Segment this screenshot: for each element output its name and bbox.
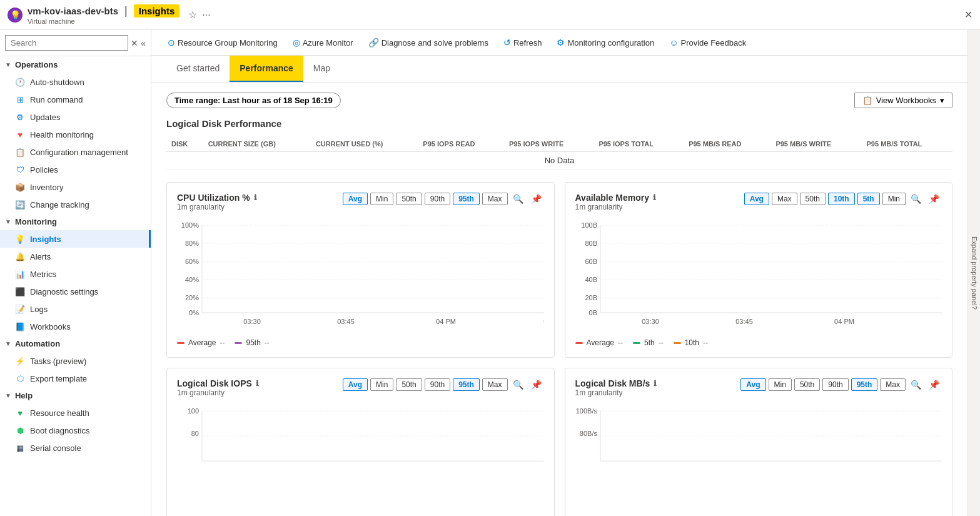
sidebar-item-policies[interactable]: 🛡 Policies [0, 161, 151, 178]
iops-btn-max[interactable]: Max [482, 378, 508, 391]
sidebar-item-alerts[interactable]: 🔔 Alerts [0, 248, 151, 265]
sidebar-item-diagnostic-settings[interactable]: ⬛ Diagnostic settings [0, 283, 151, 300]
iops-zoom-icon[interactable]: 🔍 [510, 378, 526, 391]
provide-feedback-button[interactable]: ☺ Provide Feedback [663, 35, 752, 50]
diskmbps-btn-95th[interactable]: 95th [851, 378, 878, 391]
sidebar-item-resource-health[interactable]: ♥ Resource health [0, 404, 151, 422]
azure-monitor-button[interactable]: ◎ Azure Monitor [286, 35, 360, 50]
sidebar-item-updates[interactable]: ⚙ Updates [0, 108, 151, 126]
sidebar-item-metrics[interactable]: 📊 Metrics [0, 265, 151, 283]
refresh-button[interactable]: ↺ Refresh [497, 35, 548, 50]
memory-pin-icon[interactable]: 📌 [926, 193, 942, 205]
cpu-btn-min[interactable]: Min [370, 193, 393, 205]
sidebar-item-run-command[interactable]: ⊞ Run command [0, 91, 151, 108]
sidebar-item-logs[interactable]: 📝 Logs [0, 300, 151, 318]
memory-btn-max[interactable]: Max [772, 193, 797, 205]
memory-btn-10th[interactable]: 10th [828, 193, 855, 205]
memory-btn-5th[interactable]: 5th [857, 193, 880, 205]
diskmbps-btn-max[interactable]: Max [880, 378, 906, 391]
cpu-btn-95th[interactable]: 95th [453, 193, 480, 205]
sidebar-item-tasks-preview[interactable]: ⚡ Tasks (preview) [0, 352, 151, 370]
cpu-btn-max[interactable]: Max [482, 193, 508, 205]
sidebar-item-health-monitoring[interactable]: ♥ Health monitoring [0, 126, 151, 143]
sidebar-item-change-tracking[interactable]: 🔄 Change tracking [0, 196, 151, 213]
memory-btn-avg[interactable]: Avg [744, 193, 769, 205]
iops-btn-50th[interactable]: 50th [396, 378, 422, 391]
memory-chart-header: Available Memory ℹ 1m granularity Avg Ma… [575, 193, 942, 216]
memory-btn-50th[interactable]: 50th [800, 193, 826, 205]
cpu-zoom-icon[interactable]: 🔍 [510, 193, 526, 205]
iops-btn-min[interactable]: Min [370, 378, 393, 391]
time-range-selector[interactable]: Time range: Last hour as of 18 Sep 16:19 [166, 93, 341, 108]
search-input[interactable] [5, 35, 128, 51]
monitoring-config-button[interactable]: ⚙ Monitoring configuration [550, 35, 660, 50]
memory-info-icon[interactable]: ℹ [653, 193, 656, 202]
diskmbps-zoom-icon[interactable]: 🔍 [908, 378, 924, 391]
more-options-icon[interactable]: ··· [202, 9, 210, 21]
diagnostic-icon: ⬛ [15, 286, 25, 296]
cpu-legend-95th: 95th -- [235, 338, 269, 347]
cpu-btn-avg[interactable]: Avg [343, 193, 368, 205]
diskmbps-btn-90th[interactable]: 90th [822, 378, 848, 391]
view-workbooks-button[interactable]: 📋 View Workbooks ▾ [854, 93, 952, 108]
tab-performance[interactable]: Performance [230, 56, 303, 82]
tab-get-started[interactable]: Get started [166, 56, 230, 82]
sidebar-section-operations[interactable]: ▼ Operations [0, 56, 151, 73]
azure-monitor-icon: ◎ [293, 38, 300, 48]
cpu-btn-90th[interactable]: 90th [425, 193, 450, 205]
feedback-icon: ☺ [669, 38, 678, 48]
collapse-sidebar-icon[interactable]: « [141, 38, 146, 48]
svg-text:20%: 20% [185, 294, 199, 301]
cpu-svg-chart: 100% 80% 60% 40% 20% 0% [177, 219, 544, 331]
iops-info-icon[interactable]: ℹ [256, 379, 259, 388]
sidebar-section-monitoring[interactable]: ▼ Monitoring [0, 213, 151, 230]
sidebar: ✕ « ▼ Operations 🕐 Auto-shutdown ⊞ Run c… [0, 30, 151, 516]
memory-10th-label: 10th [685, 338, 699, 347]
cpu-info-icon[interactable]: ℹ [254, 193, 257, 202]
expand-property-panel[interactable]: Expand property panel? [967, 30, 980, 516]
sidebar-item-insights[interactable]: 💡 Insights [0, 230, 151, 248]
resource-group-monitoring-button[interactable]: ⊙ Resource Group Monitoring [161, 35, 284, 50]
diskmbps-pin-icon[interactable]: 📌 [926, 378, 942, 391]
diskmbps-btn-avg[interactable]: Avg [740, 378, 765, 391]
favorite-star-icon[interactable]: ☆ [188, 9, 197, 21]
serial-console-icon: ▦ [15, 443, 25, 453]
clear-search-icon[interactable]: ✕ [131, 38, 138, 48]
col-p95-mbs-read: P95 MB/s READ [684, 136, 770, 152]
memory-btn-min[interactable]: Min [882, 193, 906, 205]
sidebar-section-automation[interactable]: ▼ Automation [0, 335, 151, 352]
sidebar-item-export-template[interactable]: ⬡ Export template [0, 370, 151, 387]
operations-label: Operations [15, 60, 58, 69]
logs-icon: 📝 [15, 304, 25, 314]
title-text: vm-kov-iaas-dev-bts | Insights Virtual m… [28, 4, 179, 25]
svg-text:80: 80 [191, 430, 199, 437]
sidebar-item-configuration-mgmt[interactable]: 📋 Configuration management [0, 143, 151, 161]
iops-btn-90th[interactable]: 90th [425, 378, 450, 391]
sidebar-section-help[interactable]: ▼ Help [0, 387, 151, 404]
no-data-message: No Data [166, 152, 952, 169]
svg-text:40B: 40B [585, 276, 597, 283]
cpu-chart-legend: Average -- 95th -- [177, 338, 544, 347]
sidebar-item-serial-console[interactable]: ▦ Serial console [0, 439, 151, 457]
diskmbps-info-icon[interactable]: ℹ [654, 379, 657, 388]
sidebar-item-boot-diagnostics[interactable]: ⬢ Boot diagnostics [0, 422, 151, 439]
sidebar-item-auto-shutdown[interactable]: 🕐 Auto-shutdown [0, 73, 151, 91]
diagnose-solve-button[interactable]: 🔗 Diagnose and solve problems [362, 35, 495, 50]
diagnose-icon: 🔗 [368, 38, 379, 48]
terminal-icon: ⊞ [15, 94, 25, 104]
sidebar-item-workbooks[interactable]: 📘 Workbooks [0, 318, 151, 335]
layout: ✕ « ▼ Operations 🕐 Auto-shutdown ⊞ Run c… [0, 30, 980, 516]
diskmbps-btn-50th[interactable]: 50th [794, 378, 820, 391]
sidebar-item-inventory[interactable]: 📦 Inventory [0, 178, 151, 196]
close-icon[interactable]: ✕ [964, 9, 972, 21]
diskmbps-btn-min[interactable]: Min [769, 378, 792, 391]
iops-pin-icon[interactable]: 📌 [528, 378, 544, 391]
tab-map[interactable]: Map [303, 56, 340, 82]
monitoring-label: Monitoring [15, 217, 57, 226]
iops-btn-avg[interactable]: Avg [343, 378, 368, 391]
cpu-btn-50th[interactable]: 50th [396, 193, 422, 205]
iops-btn-95th[interactable]: 95th [453, 378, 480, 391]
inventory-icon: 📦 [15, 182, 25, 192]
memory-zoom-icon[interactable]: 🔍 [908, 193, 924, 205]
cpu-pin-icon[interactable]: 📌 [528, 193, 544, 205]
